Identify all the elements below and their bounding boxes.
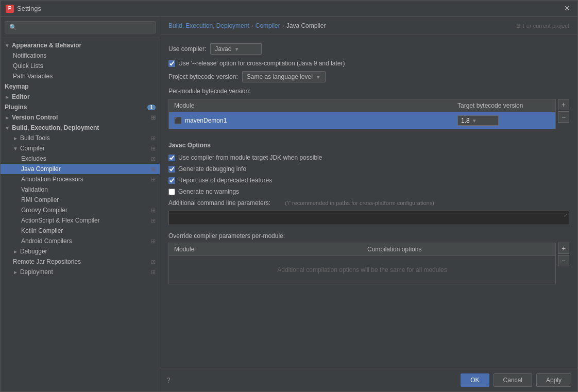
sidebar-label-java-compiler: Java Compiler [21,165,61,173]
bytecode-label: Project bytecode version: [168,73,238,80]
sidebar-item-editor[interactable]: ► Editor [1,92,160,102]
sync-icon-as: ⊞ [151,217,156,224]
version-cell: 1.8 ▼ [452,112,555,129]
cmd-input[interactable] [169,211,569,225]
version-dropdown[interactable]: 1.8 ▼ [457,115,499,126]
sync-icon-bt: ⊞ [151,135,156,142]
cmd-section: Additional command line parameters: ('/'… [168,199,569,225]
sidebar-label-notifications: Notifications [13,52,46,59]
title-bar: P Settings ✕ [1,1,577,17]
sidebar-label-actionscript: ActionScript & Flex Compiler [21,217,100,224]
sidebar-item-appearance[interactable]: ▼ Appearance & Behavior [1,40,160,50]
sidebar-item-rmi-compiler[interactable]: RMI Compiler [1,195,160,205]
arrow-icon: ▼ [5,43,10,48]
compiler-dropdown[interactable]: Javac ▼ [210,43,262,55]
override-table: Module Compilation options Additional co… [168,243,556,284]
bc-sep1: › [251,22,253,29]
sidebar-item-java-compiler[interactable]: Java Compiler ⊞ [1,164,160,174]
title-bar-left: P Settings [6,5,41,13]
add-override-button[interactable]: + [558,243,569,254]
override-with-actions: Module Compilation options Additional co… [168,243,569,284]
override-side-actions: + − [556,243,569,284]
sync-icon-android: ⊞ [151,238,156,245]
sidebar-item-build-tools[interactable]: ► Build Tools ⊞ [1,133,160,143]
sidebar-label-validation: Validation [21,186,48,193]
sidebar-item-version-control[interactable]: ► Version Control ⊞ [1,112,160,123]
version-value: 1.8 [461,117,470,124]
javac-opt-2: Generate debugging info [168,165,569,173]
module-table: Module Target bytecode version ⬛ mavenDe… [168,99,556,129]
chevron-down-icon: ▼ [234,46,240,52]
sidebar-label-version-control: Version Control [12,114,58,121]
arrow-icon-deployment: ► [13,269,18,275]
sidebar-item-groovy-compiler[interactable]: Groovy Compiler ⊞ [1,205,160,215]
sidebar-item-plugins[interactable]: Plugins 1 [1,102,160,112]
sidebar-item-notifications[interactable]: Notifications [1,50,160,61]
cmd-input-wrap: ⤢ [168,211,569,225]
bytecode-dropdown[interactable]: Same as language level ▼ [242,71,326,82]
sidebar-label-plugins: Plugins [5,104,27,111]
footer-buttons: OK Cancel Apply [461,373,571,387]
settings-window: P Settings ✕ ▼ Appearance & Behavior Not… [0,0,578,392]
sidebar-item-path-variables[interactable]: Path Variables [1,71,160,81]
add-module-button[interactable]: + [558,99,569,110]
use-compiler-label: Use compiler: [168,45,206,53]
search-input[interactable] [5,21,156,33]
remove-module-button[interactable]: − [558,111,569,123]
footer: ? OK Cancel Apply [160,368,577,391]
col-module: Module [169,99,452,112]
release-label: Use '--release' option for cross-compila… [178,60,345,67]
apply-button[interactable]: Apply [536,373,571,387]
sidebar-label-excludes: Excludes [21,155,46,162]
sidebar-item-actionscript[interactable]: ActionScript & Flex Compiler ⊞ [1,215,160,226]
sidebar-item-deployment[interactable]: ► Deployment ⊞ [1,267,160,277]
sync-icon-dep: ⊞ [151,269,156,276]
sidebar-label-compiler: Compiler [20,145,45,152]
cancel-button[interactable]: Cancel [494,373,532,387]
sidebar-item-kotlin-compiler[interactable]: Kotlin Compiler [1,226,160,236]
javac-opt-2-checkbox[interactable] [168,166,175,173]
release-checkbox[interactable] [168,60,175,67]
sidebar-item-debugger[interactable]: ► Debugger [1,246,160,257]
sidebar-item-compiler[interactable]: ▼ Compiler ⊞ [1,143,160,154]
override-empty-text: Additional compilation options will be t… [169,256,555,284]
col-version-label: Target bytecode version [457,102,523,109]
sidebar-item-build-exec[interactable]: ▼ Build, Execution, Deployment [1,123,160,133]
javac-opt-1-checkbox[interactable] [168,155,175,161]
bytecode-row: Project bytecode version: Same as langua… [168,71,569,82]
sidebar-label-kotlin-compiler: Kotlin Compiler [21,227,63,234]
javac-opt-3: Report use of deprecated features [168,177,569,184]
app-icon: P [6,5,14,13]
javac-opt-1-label: Use compiler from module target JDK when… [178,154,322,161]
javac-opt-3-checkbox[interactable] [168,177,175,184]
javac-opt-4-checkbox[interactable] [168,189,175,195]
sidebar-item-android-compilers[interactable]: Android Compilers ⊞ [1,236,160,246]
module-table-with-actions: Module Target bytecode version ⬛ mavenDe… [168,99,569,135]
override-header: Module Compilation options [169,243,555,256]
sidebar-item-annotation-processors[interactable]: Annotation Processors ⊞ [1,174,160,184]
ok-button[interactable]: OK [461,373,489,387]
col-version: Target bytecode version [452,99,555,112]
sidebar-item-remote-jar[interactable]: Remote Jar Repositories ⊞ [1,257,160,267]
sidebar-item-excludes[interactable]: Excludes ⊞ [1,154,160,164]
sidebar-item-validation[interactable]: Validation [1,184,160,195]
sidebar-label-editor: Editor [12,93,30,100]
sidebar-item-quick-lists[interactable]: Quick Lists [1,61,160,71]
sidebar-tree: ▼ Appearance & Behavior Notifications Qu… [1,38,160,391]
bc-build[interactable]: Build, Execution, Deployment [168,22,249,29]
help-button[interactable]: ? [166,376,171,384]
sync-icon-groovy: ⊞ [151,207,156,214]
arrow-icon-bt: ► [13,135,18,141]
javac-section: Javac Options Use compiler from module t… [168,142,569,195]
sidebar-label-rmi-compiler: RMI Compiler [21,196,59,203]
chevron-down-icon-version: ▼ [472,118,477,124]
sync-icon-jc: ⊞ [151,166,156,173]
sidebar-item-keymap[interactable]: Keymap [1,81,160,92]
close-button[interactable]: ✕ [564,5,572,13]
expand-icon[interactable]: ⤢ [564,212,568,218]
table-row[interactable]: ⬛ mavenDemon1 1.8 ▼ [169,112,555,129]
sidebar-label-path-variables: Path Variables [13,73,53,80]
remove-override-button[interactable]: − [558,255,569,266]
bc-sep2: › [282,22,284,29]
bc-compiler[interactable]: Compiler [256,22,280,29]
